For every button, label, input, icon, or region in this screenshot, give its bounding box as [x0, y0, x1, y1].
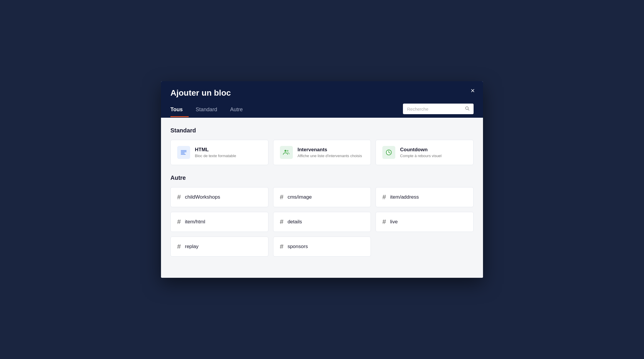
section-title-standard: Standard [170, 127, 474, 134]
card-childWorkshops[interactable]: # childWorkshops [170, 187, 268, 207]
section-title-autre: Autre [170, 174, 474, 181]
close-button[interactable]: × [468, 86, 477, 95]
hash-icon-details: # [280, 218, 283, 226]
countdown-icon-container [382, 146, 395, 159]
modal-body: Standard HTML Bloc de texte formatable [161, 118, 483, 278]
label-details: details [288, 219, 302, 225]
card-html[interactable]: HTML Bloc de texte formatable [170, 140, 268, 165]
label-sponsors: sponsors [288, 244, 308, 250]
card-item-html[interactable]: # item/html [170, 212, 268, 232]
label-item-html: item/html [185, 219, 205, 225]
hash-icon-item-address: # [382, 193, 386, 201]
card-item-address[interactable]: # item/address [376, 187, 474, 207]
card-details[interactable]: # details [273, 212, 371, 232]
intervenants-card-name: Intervenants [298, 147, 362, 153]
hash-icon-item-html: # [177, 218, 181, 226]
modal: × Ajouter un bloc Tous Standard Autre [161, 81, 483, 278]
svg-point-7 [287, 150, 288, 152]
tab-tous[interactable]: Tous [170, 104, 189, 117]
search-input[interactable] [407, 107, 463, 112]
html-card-desc: Bloc de texte formatable [195, 154, 236, 158]
intervenants-icon-container [280, 146, 293, 159]
svg-rect-5 [181, 154, 185, 154]
hash-icon-live: # [382, 218, 386, 226]
tab-autre[interactable]: Autre [230, 104, 249, 117]
svg-rect-2 [181, 150, 187, 151]
hash-icon-cms-image: # [280, 193, 283, 201]
tab-standard[interactable]: Standard [196, 104, 223, 117]
card-intervenants[interactable]: Intervenants Affiche une liste d'interve… [273, 140, 371, 165]
tabs: Tous Standard Autre [170, 104, 256, 117]
svg-line-1 [468, 109, 469, 110]
hash-icon-childWorkshops: # [177, 193, 181, 201]
hash-icon-replay: # [177, 243, 181, 250]
svg-rect-4 [181, 153, 185, 153]
label-live: live [390, 219, 398, 225]
card-replay[interactable]: # replay [170, 237, 268, 257]
card-countdown[interactable]: Countdown Compte à rebours visuel [376, 140, 474, 165]
countdown-card-desc: Compte à rebours visuel [400, 154, 441, 158]
label-childWorkshops: childWorkshops [185, 194, 220, 200]
hash-icon-sponsors: # [280, 243, 283, 250]
search-icon [465, 106, 469, 112]
modal-title: Ajouter un bloc [170, 88, 474, 98]
svg-point-12 [389, 152, 389, 153]
html-icon-container [177, 146, 190, 159]
intervenants-card-desc: Affiche une liste d'intervenants choisis [298, 154, 362, 158]
label-item-address: item/address [390, 194, 419, 200]
modal-header: × Ajouter un bloc Tous Standard Autre [161, 81, 483, 118]
html-card-text: HTML Bloc de texte formatable [195, 147, 236, 158]
svg-rect-3 [181, 152, 187, 152]
card-live[interactable]: # live [376, 212, 474, 232]
countdown-card-name: Countdown [400, 147, 441, 153]
header-nav-row: Tous Standard Autre [170, 104, 474, 118]
countdown-card-text: Countdown Compte à rebours visuel [400, 147, 441, 158]
lines-icon [180, 149, 187, 156]
clock-icon [385, 149, 393, 156]
svg-point-6 [284, 150, 286, 152]
label-replay: replay [185, 244, 198, 250]
card-sponsors[interactable]: # sponsors [273, 237, 371, 257]
standard-cards-grid: HTML Bloc de texte formatable Intervenan… [170, 140, 474, 165]
label-cms-image: cms/image [288, 194, 312, 200]
people-icon [283, 149, 290, 156]
search-box [403, 104, 474, 114]
html-card-name: HTML [195, 147, 236, 153]
intervenants-card-text: Intervenants Affiche une liste d'interve… [298, 147, 362, 158]
card-cms-image[interactable]: # cms/image [273, 187, 371, 207]
autre-cards-grid: # childWorkshops # cms/image # item/addr… [170, 187, 474, 257]
